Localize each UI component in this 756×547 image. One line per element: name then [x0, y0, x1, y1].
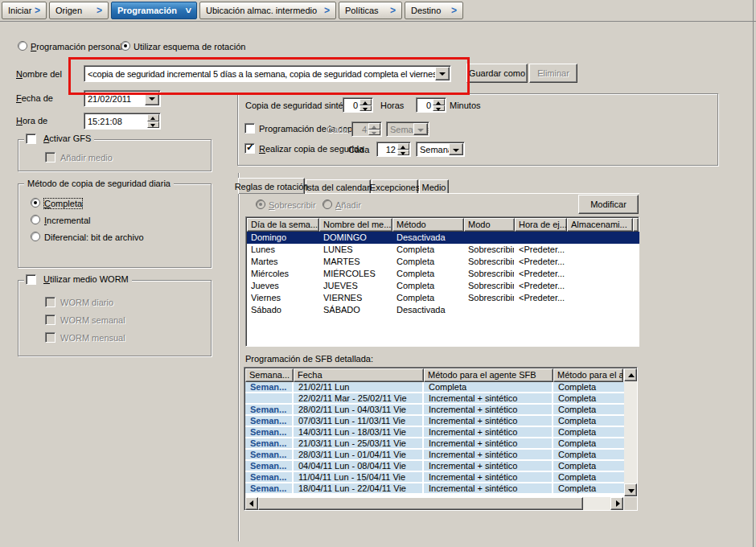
full-interval-spinner[interactable]: 12 [376, 142, 411, 157]
list-item[interactable]: 22/02/11 Mar - 25/02/11 Vie Incremental … [245, 393, 624, 405]
dropdown-arrow-icon[interactable] [449, 143, 463, 155]
cell-metodo: Completa [396, 280, 463, 292]
vertical-scrollbar-track[interactable] [624, 381, 637, 483]
dropdown-arrow-icon[interactable] [145, 92, 159, 105]
list-item[interactable]: Seman... 18/04/11 Lun - 22/04/11 Vie Inc… [245, 483, 624, 495]
start-date-picker[interactable]: 21/02/2011 [84, 90, 161, 107]
scroll-right-button[interactable] [610, 497, 623, 510]
save-as-button[interactable]: Guardar como [466, 64, 528, 83]
daily-method-title: Método de copia de seguridad diaria [24, 179, 174, 188]
horizontal-scrollbar-thumb[interactable] [258, 497, 583, 510]
column-header-modo[interactable]: Modo [464, 218, 515, 232]
cell-modo: Sobrescribir [468, 292, 514, 304]
synthetic-label: Copia de seguridad sintética [245, 101, 357, 110]
list-item[interactable]: Seman... 04/04/11 Lun - 08/04/11 Vie Inc… [245, 461, 624, 472]
method-full-radio[interactable] [31, 198, 40, 208]
wizard-tab-label: Destino [411, 6, 441, 15]
scroll-left-button[interactable] [245, 497, 258, 510]
wizard-tab-destino[interactable]: Destino > [405, 2, 463, 19]
spin-down-icon[interactable] [147, 121, 159, 129]
cell-metodo: Completa [396, 292, 463, 304]
cell-fecha: 28/03/11 Lun - 01/04/11 Vie [294, 450, 424, 461]
column-header-dia[interactable]: Día de la sema... [247, 218, 319, 232]
spin-up-icon[interactable] [397, 143, 409, 150]
table-row[interactable]: Sábado SÁBADO Desactivada [247, 304, 639, 316]
column-header-metodo[interactable]: Método [392, 218, 464, 232]
list-item[interactable]: Seman... 28/03/11 Lun - 01/04/11 Vie Inc… [245, 450, 624, 461]
cell-metodo-agente: Completa [553, 405, 624, 416]
list-item[interactable]: Seman... 28/02/11 Lun - 04/03/11 Vie Inc… [245, 405, 624, 416]
wizard-tab-origen[interactable]: Origen > [49, 2, 109, 19]
staging-unit-combobox: Semana/s [386, 121, 429, 137]
dropdown-arrow-icon[interactable] [435, 67, 450, 80]
spin-down-icon[interactable] [360, 105, 372, 112]
spin-up-icon[interactable] [433, 99, 445, 105]
enable-gfs-checkbox[interactable] [26, 134, 36, 144]
column-header-fecha[interactable]: Fecha [294, 368, 424, 382]
rotation-scheme-radio[interactable] [121, 41, 130, 51]
wizard-tab-programacion[interactable]: Programación > [111, 2, 197, 19]
tab-reglas-de-rotacion[interactable]: Reglas de rotación [238, 178, 305, 194]
spin-up-icon[interactable] [147, 114, 159, 121]
list-item[interactable]: Seman... 21/03/11 Lun - 25/03/11 Vie Inc… [245, 438, 624, 450]
table-row[interactable]: Viernes VIERNES Completa Sobrescribir <P… [247, 292, 639, 304]
use-worm-checkbox[interactable] [26, 274, 36, 285]
append-media-checkbox [45, 152, 55, 162]
cell-metodo-agente: Completa [553, 461, 624, 472]
table-row[interactable]: Domingo DOMINGO Desactivada [247, 232, 639, 244]
tab-medio[interactable]: Medio [419, 179, 449, 194]
cell-dia: Domingo [251, 232, 318, 244]
horizontal-scrollbar-track[interactable] [583, 497, 610, 510]
scheme-name-combobox[interactable]: <copia de seguridad incremental 5 días a… [84, 65, 451, 82]
staging-schedule-checkbox[interactable] [244, 123, 255, 134]
method-incremental-radio[interactable] [31, 215, 40, 224]
full-backup-checkbox[interactable]: ✓ [244, 143, 255, 154]
cell-modo: Sobrescribir [468, 256, 514, 268]
cell-metodo-agente: Completa [553, 483, 624, 495]
scroll-up-button[interactable] [624, 368, 637, 381]
method-differential-radio[interactable] [31, 232, 40, 241]
table-row[interactable]: Martes MARTES Completa Sobrescribir <Pre… [247, 256, 639, 268]
chevron-down-icon: > [183, 7, 192, 13]
wizard-tab-ubicacion[interactable]: Ubicación almac. intermedio > [199, 2, 336, 19]
list-item[interactable]: Seman... 11/04/11 Lun - 15/04/11 Vie Inc… [245, 472, 624, 483]
synthetic-minutes-spinner[interactable]: 0 [416, 97, 446, 113]
staging-schedule-label: Programación de la copia i [259, 124, 364, 134]
scheme-name-value: <copia de seguridad incremental 5 días a… [88, 69, 442, 79]
sfb-schedule-table: Semana... Fecha Método para el agente SF… [244, 367, 638, 511]
cell-metodo-agente: Completa [553, 427, 624, 438]
column-header-semana[interactable]: Semana... [245, 368, 294, 382]
spin-down-icon[interactable] [433, 105, 445, 112]
list-item[interactable]: Seman... 21/02/11 Lun Completa Completa [245, 382, 624, 393]
column-header-metodo-sfb[interactable]: Método para el agente SFB [424, 368, 553, 382]
full-every-label: Cada [348, 145, 369, 154]
table-row[interactable]: Jueves JUEVES Completa Sobrescribir <Pre… [247, 280, 639, 292]
scroll-down-button[interactable] [624, 483, 637, 496]
cell-modo: Sobrescribir [468, 244, 514, 256]
column-header-hora[interactable]: Hora de ej... [515, 218, 567, 232]
synthetic-hours-spinner[interactable]: 0 [343, 97, 373, 113]
backup-schedule-window: Iniciar > Origen > Programación > Ubicac… [0, 0, 756, 547]
cell-fecha: 11/04/11 Lun - 15/04/11 Vie [294, 472, 424, 483]
table-row[interactable]: Lunes LUNES Completa Sobrescribir <Prede… [247, 244, 639, 256]
wizard-tab-politicas[interactable]: Políticas > [339, 2, 402, 19]
tab-excepciones[interactable]: Excepciones [372, 179, 418, 194]
full-unit-combobox[interactable]: Semana/s [416, 142, 465, 157]
cell-dia: Lunes [251, 244, 318, 256]
table-row[interactable]: Miércoles MIÉRCOLES Completa Sobrescribi… [247, 268, 639, 280]
tab-vista-del-calendario[interactable]: Vista del calendario [306, 179, 371, 194]
spin-down-icon [368, 130, 380, 136]
list-item[interactable]: Seman... 07/03/11 Lun - 11/03/11 Vie Inc… [245, 416, 624, 427]
modify-button[interactable]: Modificar [578, 195, 639, 214]
spin-up-icon[interactable] [360, 99, 372, 105]
list-item[interactable]: Seman... 14/03/11 Lun - 18/03/11 Vie Inc… [245, 427, 624, 438]
cell-semana: Seman... [245, 416, 294, 427]
column-header-nombre[interactable]: Nombre del me... [319, 218, 392, 232]
spin-down-icon[interactable] [397, 150, 409, 156]
start-time-spinner[interactable]: 15:21:08 [84, 113, 161, 130]
column-header-almacenamiento[interactable]: Almacenami... [567, 218, 633, 232]
wizard-tab-iniciar[interactable]: Iniciar > [2, 2, 47, 19]
custom-schedule-radio[interactable] [18, 41, 27, 51]
tab-label: Vista del calendario [300, 183, 377, 192]
column-header-metodo-agente[interactable]: Método para el ag [553, 368, 623, 382]
